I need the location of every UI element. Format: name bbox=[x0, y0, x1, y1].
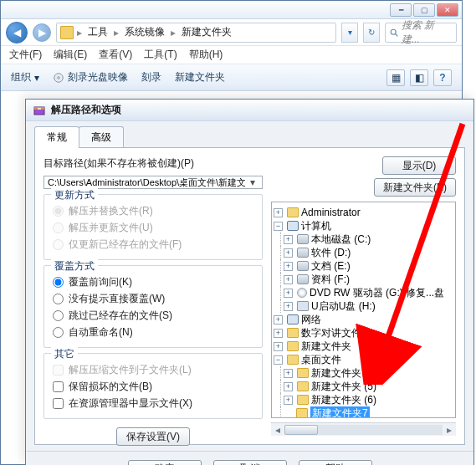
maximize-button[interactable]: ▢ bbox=[413, 3, 435, 17]
tree-item-digital[interactable]: +数字对讲文件 bbox=[274, 326, 453, 340]
menu-help[interactable]: 帮助(H) bbox=[189, 48, 223, 62]
cancel-button[interactable]: 取消 bbox=[213, 460, 287, 466]
disc-icon bbox=[53, 72, 64, 84]
tree-item-desktopfiles[interactable]: −桌面文件 bbox=[274, 353, 453, 366]
tab-advanced[interactable]: 高级 bbox=[79, 126, 124, 148]
dialog-button-row: 确定 取消 帮助 bbox=[26, 451, 473, 465]
nav-forward-button[interactable]: ▶ bbox=[33, 23, 51, 42]
tree-item-network[interactable]: +网络 bbox=[274, 313, 453, 326]
tree-item-drive-e[interactable]: +文档 (E:) bbox=[274, 259, 453, 273]
scroll-right-icon[interactable]: ▸ bbox=[443, 424, 456, 436]
svg-point-0 bbox=[391, 29, 396, 34]
explorer-menubar: 文件(F) 编辑(E) 查看(V) 工具(T) 帮助(H) bbox=[1, 46, 462, 64]
tree-item-usb[interactable]: +U启动U盘 (H:) bbox=[274, 299, 453, 313]
radio-overwrite-silent[interactable]: 没有提示直接覆盖(W) bbox=[53, 292, 253, 306]
dialog-titlebar[interactable]: 解压路径和选项 bbox=[26, 100, 473, 121]
dialog-tabs: 常规 高级 bbox=[26, 121, 473, 148]
breadcrumb-item[interactable]: 工具 bbox=[85, 25, 110, 39]
radio-auto-rename[interactable]: 自动重命名(N) bbox=[53, 325, 253, 340]
save-settings-button[interactable]: 保存设置(V) bbox=[116, 427, 190, 446]
radio-update-existing[interactable]: 仅更新已经存在的文件(F) bbox=[53, 238, 253, 252]
tree-item-nf5[interactable]: +新建文件夹 (5) bbox=[274, 380, 453, 393]
destination-path-input[interactable] bbox=[48, 177, 245, 187]
destination-path-label: 目标路径(如果不存在将被创建)(P) bbox=[44, 156, 263, 171]
group-title-overwrite: 覆盖方式 bbox=[51, 259, 98, 273]
explorer-toolbar: 组织 ▾ 刻录光盘映像 刻录 新建文件夹 ▦ ◧ ? bbox=[1, 64, 462, 91]
new-folder-button[interactable]: 新建文件夹(E) bbox=[374, 178, 456, 197]
explorer-address-bar: ◀ ▶ ▸ 工具 ▸ 系统镜像 ▸ 新建文件夹 ▾ ↻ 搜索 新建... bbox=[1, 19, 462, 46]
folder-tree[interactable]: +Administrator −计算机 +本地磁盘 (C:) +软件 (D:) … bbox=[271, 202, 456, 418]
destination-path-combo[interactable]: ▾ bbox=[44, 176, 263, 189]
winrar-icon bbox=[33, 104, 46, 117]
menu-file[interactable]: 文件(F) bbox=[9, 48, 42, 62]
close-button[interactable]: ✕ bbox=[437, 3, 458, 17]
tree-item-newfolder[interactable]: +新建文件夹 bbox=[274, 340, 453, 353]
group-title-other: 其它 bbox=[51, 347, 78, 361]
preview-pane-button[interactable]: ◧ bbox=[410, 69, 428, 86]
group-overwrite-mode: 覆盖方式 覆盖前询问(K) 没有提示直接覆盖(W) 跳过已经存在的文件(S) 自… bbox=[44, 265, 263, 348]
toolbar-organize[interactable]: 组织 ▾ bbox=[11, 70, 39, 84]
tree-item-drive-f[interactable]: +资料 (F:) bbox=[274, 273, 453, 286]
tree-item-nf6[interactable]: +新建文件夹 (6) bbox=[274, 393, 453, 406]
dialog-title: 解压路径和选项 bbox=[51, 103, 121, 117]
path-drop-icon[interactable]: ▾ bbox=[247, 176, 258, 188]
svg-line-1 bbox=[395, 33, 397, 36]
group-title-update: 更新方式 bbox=[51, 188, 98, 202]
minimize-button[interactable]: ━ bbox=[390, 3, 412, 17]
radio-skip-existing[interactable]: 跳过已经存在的文件(S) bbox=[53, 309, 253, 323]
group-update-mode: 更新方式 解压并替换文件(R) 解压并更新文件(U) 仅更新已经存在的文件(F) bbox=[44, 194, 263, 260]
folder-icon bbox=[60, 26, 74, 39]
help-button[interactable]: 帮助 bbox=[299, 460, 372, 466]
toolbar-burn-image[interactable]: 刻录光盘映像 bbox=[53, 70, 128, 84]
radio-extract-replace[interactable]: 解压并替换文件(R) bbox=[53, 204, 253, 218]
scroll-thumb[interactable] bbox=[284, 425, 318, 435]
address-drop-button[interactable]: ▾ bbox=[341, 23, 358, 43]
tree-item-nf7[interactable]: 新建文件夹7 bbox=[274, 406, 453, 418]
svg-rect-6 bbox=[38, 108, 41, 110]
breadcrumb-item[interactable]: 系统镜像 bbox=[122, 25, 167, 39]
ok-button[interactable]: 确定 bbox=[128, 460, 202, 466]
radio-extract-update[interactable]: 解压并更新文件(U) bbox=[53, 221, 253, 235]
extract-dialog: 解压路径和选项 常规 高级 目标路径(如果不存在将被创建)(P) ▾ 更新方式 … bbox=[25, 99, 474, 465]
nav-back-button[interactable]: ◀ bbox=[6, 22, 28, 43]
breadcrumb-sep: ▸ bbox=[75, 27, 84, 38]
tree-item-administrator[interactable]: +Administrator bbox=[274, 206, 453, 219]
group-other: 其它 解压压缩文件到子文件夹(L) 保留损坏的文件(B) 在资源管理器中显示文件… bbox=[44, 353, 263, 419]
radio-ask-before[interactable]: 覆盖前询问(K) bbox=[53, 275, 253, 289]
tree-item-nf3[interactable]: +新建文件夹 (3) bbox=[274, 366, 453, 380]
tree-item-drive-d[interactable]: +软件 (D:) bbox=[274, 246, 453, 259]
menu-view[interactable]: 查看(V) bbox=[99, 48, 132, 62]
view-mode-button[interactable]: ▦ bbox=[386, 69, 405, 86]
breadcrumb-item[interactable]: 新建文件夹 bbox=[179, 25, 234, 39]
breadcrumb[interactable]: ▸ 工具 ▸ 系统镜像 ▸ 新建文件夹 bbox=[56, 23, 336, 43]
search-icon bbox=[389, 28, 399, 38]
toolbar-burn[interactable]: 刻录 bbox=[141, 70, 161, 84]
check-keep-broken[interactable]: 保留损坏的文件(B) bbox=[53, 380, 253, 394]
tab-panel-general: 目标路径(如果不存在将被创建)(P) ▾ 更新方式 解压并替换文件(R) 解压并… bbox=[34, 147, 465, 445]
menu-edit[interactable]: 编辑(E) bbox=[54, 48, 87, 62]
explorer-titlebar: ━ ▢ ✕ bbox=[1, 1, 462, 19]
check-show-in-explorer[interactable]: 在资源管理器中显示文件(X) bbox=[53, 396, 253, 411]
tree-scrollbar[interactable]: ◂ ▸ bbox=[271, 422, 456, 436]
display-button[interactable]: 显示(D) bbox=[382, 156, 456, 175]
scroll-left-icon[interactable]: ◂ bbox=[271, 424, 284, 436]
toolbar-new-folder[interactable]: 新建文件夹 bbox=[175, 70, 225, 84]
tab-general[interactable]: 常规 bbox=[34, 126, 79, 148]
refresh-button[interactable]: ↻ bbox=[363, 23, 380, 43]
search-placeholder: 搜索 新建... bbox=[402, 18, 453, 47]
search-input[interactable]: 搜索 新建... bbox=[385, 23, 457, 43]
svg-point-3 bbox=[58, 76, 60, 79]
tree-item-computer[interactable]: −计算机 bbox=[274, 219, 453, 232]
tree-item-dvd[interactable]: +DVD RW 驱动器 (G:) 修复...盘 bbox=[274, 286, 453, 299]
tree-item-drive-c[interactable]: +本地磁盘 (C:) bbox=[274, 232, 453, 246]
check-extract-subfolder[interactable]: 解压压缩文件到子文件夹(L) bbox=[53, 363, 253, 377]
menu-tools[interactable]: 工具(T) bbox=[144, 48, 177, 62]
help-toolbar-button[interactable]: ? bbox=[433, 69, 452, 86]
